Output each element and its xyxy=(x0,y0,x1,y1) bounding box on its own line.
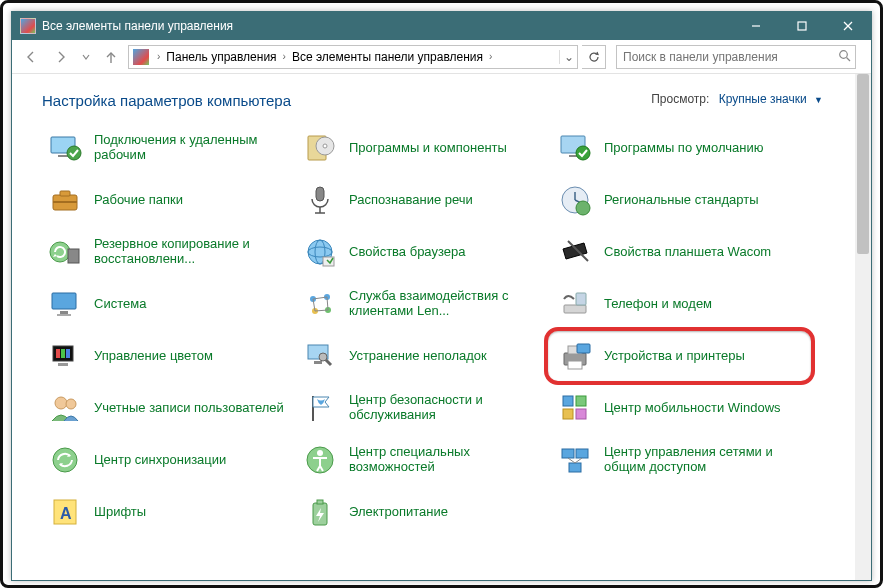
item-label: Устройства и принтеры xyxy=(604,349,745,364)
item-label: Резервное копирование и восстановлени... xyxy=(94,237,293,267)
svg-rect-50 xyxy=(58,363,68,366)
svg-rect-48 xyxy=(61,349,65,358)
svg-rect-19 xyxy=(316,187,324,201)
svg-line-72 xyxy=(575,458,582,463)
svg-rect-68 xyxy=(562,449,574,458)
svg-rect-56 xyxy=(568,361,582,369)
svg-rect-17 xyxy=(60,191,70,196)
item-label: Рабочие папки xyxy=(94,193,183,208)
item-label: Программы по умолчанию xyxy=(604,141,763,156)
cp-item-network-sharing[interactable]: Центр управления сетями и общим доступом xyxy=(552,437,807,483)
search-box[interactable] xyxy=(616,45,856,69)
chevron-right-icon[interactable]: › xyxy=(153,51,164,62)
search-icon[interactable] xyxy=(833,48,855,66)
computer-icon xyxy=(46,285,84,323)
item-label: Центр безопасности и обслуживания xyxy=(349,393,548,423)
users-icon xyxy=(46,389,84,427)
svg-rect-27 xyxy=(68,249,79,263)
view-label: Просмотр: xyxy=(651,92,709,106)
cp-item-region[interactable]: Региональные стандарты xyxy=(552,177,807,223)
forward-button[interactable] xyxy=(48,44,74,70)
cp-item-power[interactable]: Электропитание xyxy=(297,489,552,535)
item-label: Свойства браузера xyxy=(349,245,465,260)
refresh-button[interactable] xyxy=(582,45,606,69)
control-panel-icon xyxy=(133,49,149,65)
cp-item-programs-features[interactable]: Программы и компоненты xyxy=(297,125,552,171)
chevron-down-icon: ▼ xyxy=(814,95,823,105)
monitor-icon xyxy=(46,129,84,167)
cp-item-accessibility[interactable]: Центр специальных возможностей xyxy=(297,437,552,483)
svg-rect-52 xyxy=(314,361,322,364)
minimize-button[interactable] xyxy=(733,12,779,40)
svg-point-12 xyxy=(323,144,327,148)
cp-item-speech[interactable]: Распознавание речи xyxy=(297,177,552,223)
svg-rect-62 xyxy=(576,396,586,406)
cp-item-internet-options[interactable]: Свойства браузера xyxy=(297,229,552,275)
breadcrumb[interactable]: Все элементы панели управления xyxy=(290,50,485,64)
cp-item-fonts[interactable]: AШрифты xyxy=(42,489,297,535)
back-button[interactable] xyxy=(18,44,44,70)
cp-item-default-programs[interactable]: Программы по умолчанию xyxy=(552,125,807,171)
monitor-check-icon xyxy=(556,129,594,167)
address-dropdown-button[interactable]: ⌄ xyxy=(559,50,577,64)
item-label: Центр специальных возможностей xyxy=(349,445,548,475)
svg-rect-1 xyxy=(798,22,806,30)
item-label: Телефон и модем xyxy=(604,297,712,312)
svg-rect-54 xyxy=(564,353,586,365)
svg-rect-35 xyxy=(57,314,71,316)
globe-icon xyxy=(301,233,339,271)
svg-rect-18 xyxy=(53,201,77,203)
item-label: Свойства планшета Wacom xyxy=(604,245,771,260)
item-label: Система xyxy=(94,297,146,312)
item-label: Подключения к удаленным рабочим xyxy=(94,133,293,163)
item-label: Служба взаимодействия с клиентами Len... xyxy=(349,289,548,319)
cp-item-troubleshooting[interactable]: Устранение неполадок xyxy=(297,333,552,379)
address-bar[interactable]: › Панель управления › Все элементы панел… xyxy=(128,45,578,69)
microphone-icon xyxy=(301,181,339,219)
view-selector[interactable]: Просмотр: Крупные значки ▼ xyxy=(651,92,823,106)
svg-rect-34 xyxy=(60,311,68,314)
cp-item-wacom[interactable]: Свойства планшета Wacom xyxy=(552,229,807,275)
color-icon xyxy=(46,337,84,375)
clock-globe-icon xyxy=(556,181,594,219)
cp-item-devices-printers[interactable]: Устройства и принтеры xyxy=(552,333,807,379)
item-label: Учетные записи пользователей xyxy=(94,401,284,416)
svg-rect-44 xyxy=(564,305,586,313)
control-panel-icon xyxy=(20,18,36,34)
cp-item-sync[interactable]: Центр синхронизации xyxy=(42,437,297,483)
svg-rect-33 xyxy=(52,293,76,309)
wrench-monitor-icon xyxy=(301,337,339,375)
svg-point-65 xyxy=(53,448,77,472)
cp-item-color[interactable]: Управление цветом xyxy=(42,333,297,379)
cp-item-user-accounts[interactable]: Учетные записи пользователей xyxy=(42,385,297,431)
breadcrumb[interactable]: Панель управления xyxy=(164,50,278,64)
grid-icon xyxy=(556,389,594,427)
cp-item-system[interactable]: Система xyxy=(42,281,297,327)
chevron-right-icon[interactable]: › xyxy=(485,51,496,62)
network-share-icon xyxy=(556,441,594,479)
chevron-right-icon[interactable]: › xyxy=(279,51,290,62)
svg-rect-14 xyxy=(569,155,577,157)
search-input[interactable] xyxy=(617,50,833,64)
close-button[interactable] xyxy=(825,12,871,40)
up-button[interactable] xyxy=(98,44,124,70)
svg-rect-64 xyxy=(576,409,586,419)
svg-rect-76 xyxy=(317,500,323,504)
cp-item-backup[interactable]: Резервное копирование и восстановлени... xyxy=(42,229,297,275)
recent-locations-button[interactable] xyxy=(78,44,94,70)
cp-item-mobility[interactable]: Центр мобильности Windows xyxy=(552,385,807,431)
maximize-button[interactable] xyxy=(779,12,825,40)
network-icon xyxy=(301,285,339,323)
cp-item-phone-modem[interactable]: Телефон и модем xyxy=(552,281,807,327)
svg-rect-70 xyxy=(569,463,581,472)
cp-item-security-maintenance[interactable]: Центр безопасности и обслуживания xyxy=(297,385,552,431)
item-label: Распознавание речи xyxy=(349,193,473,208)
backup-icon xyxy=(46,233,84,271)
cp-item-remote-desktop[interactable]: Подключения к удаленным рабочим xyxy=(42,125,297,171)
cp-item-work-folders[interactable]: Рабочие папки xyxy=(42,177,297,223)
scrollbar-thumb[interactable] xyxy=(857,74,869,254)
cp-item-lenovo-service[interactable]: Служба взаимодействия с клиентами Len... xyxy=(297,281,552,327)
scrollbar[interactable] xyxy=(855,74,871,580)
svg-point-15 xyxy=(576,146,590,160)
svg-rect-63 xyxy=(563,409,573,419)
